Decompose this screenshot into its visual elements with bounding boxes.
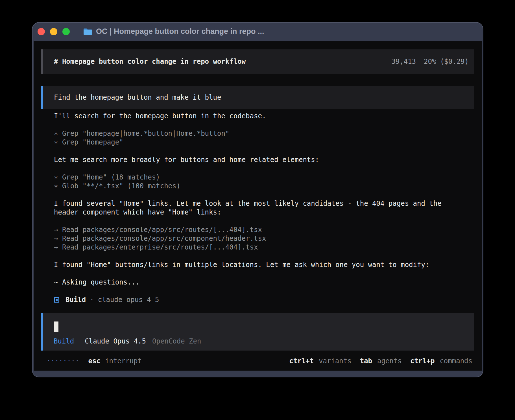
spinner-dots: ········: [47, 357, 79, 366]
read-tool-line: → Read packages/enterprise/src/routes/[.…: [54, 243, 482, 252]
status-bar: ········ esc interrupt ctrl+t variants t…: [47, 357, 472, 366]
model-name[interactable]: Claude Opus 4.5: [85, 337, 146, 346]
assistant-message: Let me search more broadly for buttons a…: [54, 156, 482, 164]
read-tool-line: → Read packages/console/app/src/routes/[…: [54, 226, 482, 234]
working-status: ~ Asking questions...: [54, 278, 482, 287]
token-count: 39,413: [391, 57, 416, 66]
agent-name: Build: [66, 296, 86, 304]
shortcut-label: commands: [440, 357, 472, 366]
close-button[interactable]: [38, 28, 45, 35]
shortcut-commands: ctrl+p commands: [410, 357, 472, 366]
shortcut-key: tab: [360, 357, 372, 366]
model-line: Build Claude Opus 4.5 OpenCode Zen: [54, 337, 474, 346]
shortcut-agents: tab agents: [360, 357, 402, 366]
agent-separator: ·: [90, 296, 94, 304]
esc-key-hint: esc: [88, 357, 101, 366]
assistant-message: I found "Home" buttons/links in multiple…: [54, 261, 482, 269]
shortcut-label: agents: [377, 357, 402, 366]
agent-mode-label[interactable]: Build: [54, 337, 74, 346]
agent-line: Build · claude-opus-4-5: [54, 296, 482, 304]
tool-call-line: ∗ Glob "**/*.tsx" (100 matches): [54, 182, 482, 191]
user-message: Find the homepage button and make it blu…: [41, 86, 474, 109]
assistant-message: I'll search for the homepage button in t…: [54, 112, 482, 121]
terminal-window: OC | Homepage button color change in rep…: [32, 22, 483, 377]
terminal-content: # Homepage button color change in repo w…: [34, 41, 482, 371]
tool-call-group: → Read packages/console/app/src/routes/[…: [54, 226, 482, 252]
status-line: ~ Asking questions...: [54, 278, 482, 287]
conversation: I'll search for the homepage button in t…: [54, 112, 482, 304]
agent-icon: [54, 297, 59, 303]
tool-call-group: ∗ Grep "Home" (18 matches) ∗ Glob "**/*.…: [54, 173, 482, 191]
shortcut-label: variants: [319, 357, 352, 366]
provider-name: OpenCode Zen: [152, 337, 201, 346]
titlebar[interactable]: OC | Homepage button color change in rep…: [32, 22, 483, 41]
assistant-text-line: I'll search for the homepage button in t…: [54, 112, 482, 121]
assistant-text-line: I found "Home" buttons/links in multiple…: [54, 261, 482, 269]
tool-call-line: ∗ Grep "homepage|home.*button|Home.*butt…: [54, 129, 482, 138]
shortcut-key: ctrl+p: [410, 357, 435, 366]
shortcut-variants: ctrl+t variants: [289, 357, 351, 366]
text-cursor[interactable]: [54, 321, 58, 332]
assistant-text-line: header component which have "Home" links…: [54, 208, 482, 217]
zoom-button[interactable]: [62, 28, 70, 35]
window-title: OC | Homepage button color change in rep…: [96, 27, 264, 36]
tool-call-line: ∗ Grep "Home" (18 matches): [54, 173, 482, 182]
minimize-button[interactable]: [50, 28, 57, 35]
shortcut-key: ctrl+t: [289, 357, 314, 366]
assistant-text-line: Let me search more broadly for buttons a…: [54, 156, 482, 164]
user-message-text: Find the homepage button and make it blu…: [54, 93, 221, 102]
tool-call-line: ∗ Grep "Homepage": [54, 138, 482, 147]
session-header: # Homepage button color change in repo w…: [41, 49, 474, 74]
session-title: # Homepage button color change in repo w…: [54, 57, 246, 66]
assistant-message: I found several "Home" links. Let me loo…: [54, 199, 482, 217]
shortcut-hints: ctrl+t variants tab agents ctrl+p comman…: [289, 357, 472, 366]
context-usage: 20% ($0.29): [424, 57, 469, 66]
session-stats: 39,413 20% ($0.29): [391, 57, 469, 66]
tool-call-group: ∗ Grep "homepage|home.*button|Home.*butt…: [54, 129, 482, 147]
prompt-editor[interactable]: Build Claude Opus 4.5 OpenCode Zen: [41, 313, 474, 351]
assistant-text-line: I found several "Home" links. Let me loo…: [54, 199, 482, 208]
read-tool-line: → Read packages/console/app/src/componen…: [54, 234, 482, 243]
agent-model: claude-opus-4-5: [98, 296, 159, 304]
esc-action-label: interrupt: [105, 357, 142, 366]
folder-icon: [83, 28, 92, 35]
